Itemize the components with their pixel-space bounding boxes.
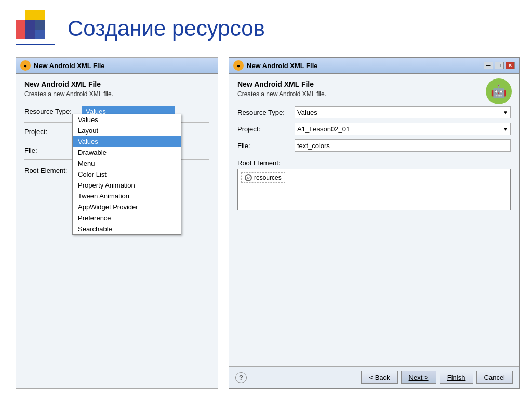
next-button[interactable]: Next > xyxy=(401,371,436,384)
android-icon-right: ● xyxy=(233,60,244,71)
titlebar-controls: — □ ✕ xyxy=(484,62,515,69)
right-project-value: A1_Lesson02_01 xyxy=(297,125,350,133)
left-dialog-body: New Android XML File Creates a new Andro… xyxy=(16,74,218,187)
android-icon-left: ● xyxy=(20,60,31,71)
finish-button[interactable]: Finish xyxy=(440,371,473,384)
dropdown-item-preference[interactable]: Preference xyxy=(73,212,181,223)
close-button[interactable]: ✕ xyxy=(506,62,515,69)
dialog-footer: ? < Back Next > Finish Cancel xyxy=(229,366,519,388)
right-resource-type-label: Resource Type: xyxy=(237,109,295,116)
next-button-label: Next > xyxy=(409,374,429,381)
right-resource-type-value: Values xyxy=(297,109,317,116)
cancel-button[interactable]: Cancel xyxy=(476,371,513,384)
dropdown-item-values-first[interactable]: Values xyxy=(73,114,181,125)
right-dialog-title: New Android XML File xyxy=(247,62,318,70)
android-logo: 🤖 xyxy=(486,78,512,104)
dropdown-item-appwidget-provider[interactable]: AppWidget Provider xyxy=(73,202,181,212)
right-dialog-heading: New Android XML File xyxy=(237,80,511,88)
right-root-tag: R resources xyxy=(241,172,285,183)
page-title: Создание ресурсов xyxy=(68,16,265,41)
logo xyxy=(16,10,57,47)
logo-line xyxy=(16,44,55,45)
right-dialog: ● New Android XML File — □ ✕ 🤖 New Andro… xyxy=(229,57,520,389)
left-dialog-title: New Android XML File xyxy=(34,62,105,70)
right-root-element-section: Root Element: R resources xyxy=(237,159,511,210)
finish-button-label: Finish xyxy=(447,374,466,381)
right-root-element-box: R resources xyxy=(237,169,511,210)
dropdown-item-drawable[interactable]: Drawable xyxy=(73,147,181,158)
content-area: ● New Android XML File New Android XML F… xyxy=(0,52,532,394)
left-dialog: ● New Android XML File New Android XML F… xyxy=(16,57,218,389)
dropdown-item-layout[interactable]: Layout xyxy=(73,125,181,136)
resource-type-dropdown-list[interactable]: Values Layout Values Drawable Menu Color… xyxy=(72,114,181,235)
left-dialog-subtext: Creates a new Android XML file. xyxy=(24,90,209,98)
right-dialog-subtext: Creates a new Android XML file. xyxy=(237,90,511,98)
right-r-icon: R xyxy=(245,174,252,181)
right-resource-type-dropdown[interactable]: Values ▼ xyxy=(295,106,511,118)
right-project-dropdown[interactable]: A1_Lesson02_01 ▼ xyxy=(295,123,511,135)
dropdown-item-menu[interactable]: Menu xyxy=(73,158,181,169)
dropdown-item-searchable[interactable]: Searchable xyxy=(73,223,181,234)
left-dialog-heading: New Android XML File xyxy=(24,80,209,88)
left-dialog-titlebar: ● New Android XML File xyxy=(16,58,218,74)
maximize-button[interactable]: □ xyxy=(495,62,504,69)
right-project-label: Project: xyxy=(237,125,295,133)
right-file-row: File: xyxy=(237,139,511,152)
dropdown-arrow-project-icon: ▼ xyxy=(503,126,508,132)
minimize-button[interactable]: — xyxy=(484,62,493,69)
help-button[interactable]: ? xyxy=(235,372,247,383)
android-head-icon: 🤖 xyxy=(491,84,507,99)
right-dialog-body: New Android XML File Creates a new Andro… xyxy=(229,74,519,366)
right-root-tag-text: resources xyxy=(254,174,282,181)
dropdown-arrow-icon: ▼ xyxy=(503,110,508,115)
right-project-row: Project: A1_Lesson02_01 ▼ xyxy=(237,123,511,135)
dropdown-item-property-animation[interactable]: Property Animation xyxy=(73,180,181,191)
right-file-input[interactable] xyxy=(295,139,511,152)
back-button[interactable]: < Back xyxy=(361,371,397,384)
right-root-element-label: Root Element: xyxy=(237,159,511,167)
titlebar-left: ● New Android XML File xyxy=(233,60,318,71)
logo-blue-square xyxy=(25,20,45,39)
header: Создание ресурсов xyxy=(0,0,532,52)
right-resource-type-row: Resource Type: Values ▼ xyxy=(237,106,511,118)
right-dialog-titlebar: ● New Android XML File — □ ✕ xyxy=(229,58,519,74)
right-file-label: File: xyxy=(237,142,295,150)
dropdown-item-tween-animation[interactable]: Tween Animation xyxy=(73,191,181,202)
dropdown-item-color-list[interactable]: Color List xyxy=(73,169,181,180)
dropdown-item-values-selected[interactable]: Values xyxy=(73,136,181,147)
